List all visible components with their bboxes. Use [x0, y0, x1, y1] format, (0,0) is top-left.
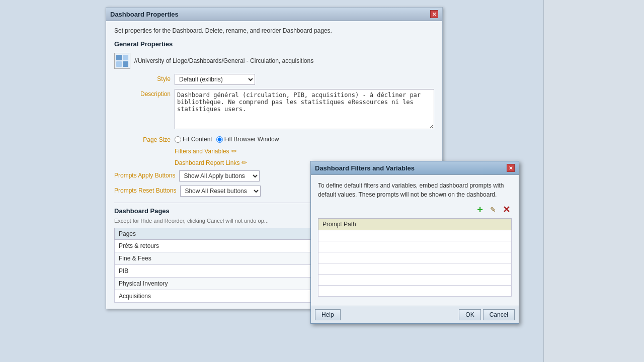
- filters-link-label: Filters and Variables: [175, 148, 229, 155]
- report-links-label: Dashboard Report Links: [175, 159, 239, 166]
- filters-toolbar: + ✎ ✕: [318, 204, 512, 215]
- general-section-title: General Properties: [114, 40, 434, 48]
- prompts-apply-label: Prompts Apply Buttons: [114, 170, 179, 179]
- fill-browser-label: Fill Browser Window: [224, 136, 279, 143]
- page-size-control: Fit Content Fill Browser Window: [175, 135, 434, 143]
- prompts-apply-select[interactable]: Show All Apply buttons: [179, 170, 260, 182]
- style-control: Default (exlibris): [175, 74, 434, 85]
- prompt-table-row: [318, 263, 512, 275]
- dashboard-path-text: //University of Liege/Dashboards/General…: [134, 57, 313, 64]
- delete-filter-button[interactable]: ✕: [501, 204, 512, 215]
- fit-content-radio[interactable]: [175, 136, 181, 143]
- prompt-path-cell: [318, 241, 512, 252]
- prompt-path-header: Prompt Path: [318, 219, 512, 230]
- page-size-label: Page Size: [114, 135, 175, 143]
- prompt-table-header-row: Prompt Path: [318, 219, 512, 230]
- prompt-path-cell: [318, 275, 512, 286]
- fill-browser-radio[interactable]: [216, 136, 223, 143]
- fit-content-label: Fit Content: [183, 136, 212, 143]
- prompt-table: Prompt Path: [318, 218, 512, 297]
- filters-description: To define default filters and variables,…: [318, 181, 512, 199]
- style-select[interactable]: Default (exlibris): [175, 74, 255, 85]
- filters-footer: Help OK Cancel: [311, 306, 519, 323]
- filters-dialog: Dashboard Filters and Variables ✕ To def…: [310, 161, 519, 324]
- description-row: Description Dashboard général (circulati…: [114, 89, 434, 131]
- icon-cell-2: [123, 55, 128, 60]
- report-links-label-text: [114, 159, 175, 160]
- ok-button[interactable]: OK: [459, 309, 480, 320]
- main-dialog-close-button[interactable]: ✕: [430, 10, 438, 18]
- cancel-button[interactable]: Cancel: [483, 309, 515, 320]
- filters-row: Filters and Variables ✏: [114, 147, 434, 155]
- edit-filter-button[interactable]: ✎: [488, 204, 499, 215]
- prompt-table-row: [318, 241, 512, 252]
- description-label: Description: [114, 89, 175, 98]
- path-row: //University of Liege/Dashboards/General…: [114, 53, 434, 69]
- filters-dialog-title: Dashboard Filters and Variables: [315, 164, 415, 172]
- filters-dialog-close-button[interactable]: ✕: [507, 164, 515, 172]
- fit-content-radio-label[interactable]: Fit Content: [175, 136, 212, 143]
- filters-dialog-body: To define default filters and variables,…: [311, 175, 519, 306]
- icon-cell-3: [116, 61, 122, 67]
- prompt-table-row: [318, 286, 512, 297]
- add-filter-button[interactable]: +: [474, 204, 486, 215]
- fill-browser-radio-label[interactable]: Fill Browser Window: [216, 136, 279, 143]
- description-textarea[interactable]: Dashboard général (circulation, PIB, acq…: [175, 89, 434, 129]
- dashboard-icon: [114, 53, 130, 69]
- help-button[interactable]: Help: [315, 309, 341, 320]
- style-row: Style Default (exlibris): [114, 74, 434, 85]
- prompt-path-cell: [318, 252, 512, 263]
- style-label: Style: [114, 74, 175, 82]
- icon-cell-1: [116, 55, 122, 60]
- main-dialog-titlebar: Dashboard Properties ✕: [106, 8, 442, 21]
- report-links-pencil-icon: ✏: [242, 159, 247, 166]
- filters-link-control: Filters and Variables ✏: [175, 147, 434, 155]
- prompt-path-cell: [318, 263, 512, 275]
- main-dialog-title: Dashboard Properties: [110, 11, 179, 18]
- filters-pencil-icon: ✏: [231, 147, 237, 155]
- icon-cell-4: [123, 61, 128, 67]
- prompts-reset-select[interactable]: Show All Reset buttons: [180, 186, 261, 197]
- prompt-path-cell: [318, 286, 512, 297]
- page-size-row: Page Size Fit Content Fill Browser Windo…: [114, 135, 434, 143]
- footer-right: OK Cancel: [459, 309, 515, 320]
- prompt-table-row: [318, 275, 512, 286]
- filters-dialog-titlebar: Dashboard Filters and Variables ✕: [311, 161, 519, 175]
- prompt-path-cell: [318, 230, 512, 241]
- right-panel: [543, 0, 644, 362]
- description-control: Dashboard général (circulation, PIB, acq…: [175, 89, 434, 131]
- filters-link[interactable]: Filters and Variables ✏: [175, 147, 434, 155]
- prompt-table-row: [318, 230, 512, 241]
- filters-label-text: [114, 147, 175, 149]
- main-dialog-description: Set properties for the Dashboard. Delete…: [114, 27, 434, 34]
- prompt-table-row: [318, 252, 512, 263]
- prompts-reset-label: Prompts Reset Buttons: [114, 186, 180, 194]
